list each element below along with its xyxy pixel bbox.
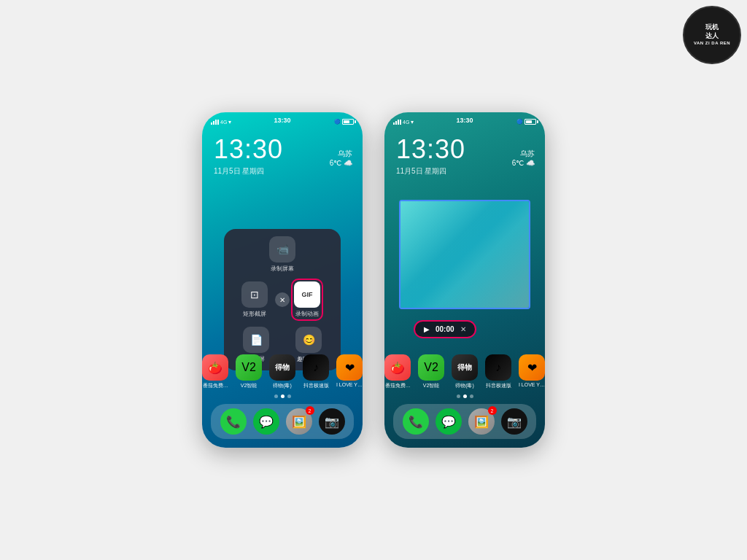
page-dots-right	[384, 394, 545, 398]
watermark-line2: 达人	[694, 32, 730, 41]
app-douyin-label-right: 抖音极速版	[484, 382, 513, 389]
date-right: 11月5日 星期四	[396, 166, 533, 176]
app-douyin-icon-right: ♪	[485, 354, 511, 381]
city-left: 乌苏	[330, 149, 352, 159]
rect-capture-icon: ⊡	[250, 289, 259, 300]
app-douyin-icon: ♪	[303, 354, 329, 381]
status-bar-left: 4G ▾ 13:30 🔵	[202, 112, 363, 128]
app-v2-icon-right: V2	[418, 354, 444, 381]
wifi-icon: ▾	[228, 119, 231, 125]
dock-wechat-right[interactable]: 💬	[436, 408, 462, 435]
app-row-right: 🍅 番茄免费… V2 V2智能 得物 得物(毒) ♪ 抖音极速版 ❤ I LOV…	[384, 354, 545, 389]
bluetooth-icon-right: 🔵	[516, 119, 523, 125]
network-icon: 4G	[220, 120, 227, 125]
app-iloveyou-right[interactable]: ❤ I LOVE Y…	[517, 354, 545, 389]
dock-wechat-left[interactable]: 💬	[253, 408, 279, 435]
temp-right: 6℃ ☁️	[512, 159, 535, 167]
app-row-left: 🍅 番茄免费… V2 V2智能 得物 得物(毒) ♪ 抖音极速版 ❤ I LOV…	[202, 354, 363, 389]
app-douyin-label: 抖音极速版	[301, 382, 330, 389]
wifi-icon-right: ▾	[411, 119, 414, 125]
long-capture-icon: 📄	[250, 334, 263, 346]
menu-mid-row: ⊡ 矩形截屏 ✕ GIF 录制动画	[230, 279, 335, 321]
gif-icon: GIF	[294, 281, 320, 308]
gif-controls[interactable]: ▶ 00:00 ✕	[414, 320, 476, 338]
app-tomato-icon: 🍅	[202, 354, 228, 381]
status-right-right: 🔵	[516, 119, 536, 125]
app-iloveyou-label: I LOVE Y…	[335, 382, 363, 387]
dock-camera-left[interactable]: 📷	[319, 408, 345, 435]
phone-left: 4G ▾ 13:30 🔵 13:30 11月5日 星期四 乌苏 6℃ ☁️	[202, 112, 363, 448]
dock-camera-right[interactable]: 📷	[501, 408, 527, 435]
gallery-badge-right: 2	[488, 406, 497, 415]
status-left: 4G ▾	[211, 119, 231, 125]
app-tomato-right[interactable]: 🍅 番茄免费…	[384, 354, 412, 389]
gif-close-button[interactable]: ✕	[460, 325, 466, 333]
dot-1	[274, 394, 278, 398]
app-dewu-label: 得物(毒)	[268, 382, 297, 389]
app-v2-right[interactable]: V2 V2智能	[417, 354, 446, 389]
app-tomato[interactable]: 🍅 番茄免费…	[202, 354, 230, 389]
app-dewu-icon: 得物	[269, 354, 295, 381]
fun-capture-icon-box: 😊	[295, 327, 322, 353]
rect-capture-label: 矩形截屏	[243, 310, 266, 318]
dock-gallery-right[interactable]: 🖼️ 2	[468, 408, 495, 435]
app-dewu[interactable]: 得物 得物(毒)	[268, 354, 297, 389]
dock-left: 📞 💬 🖼️ 2 📷	[211, 404, 354, 439]
close-menu-button[interactable]: ✕	[275, 292, 290, 307]
long-capture-icon-box: 📄	[243, 327, 269, 353]
phone-right: 4G ▾ 13:30 🔵 13:30 11月5日 星期四 乌苏 6℃ ☁️	[384, 112, 545, 448]
app-tomato-icon-right: 🍅	[384, 354, 411, 381]
network-icon-right: 4G	[403, 120, 409, 125]
dot-3	[287, 394, 291, 398]
battery-icon-right	[525, 119, 536, 125]
status-time-right: 13:30	[456, 117, 473, 124]
app-dewu-icon-right: 得物	[452, 354, 478, 381]
weather-left: 乌苏 6℃ ☁️	[330, 149, 352, 167]
temp-left: 6℃ ☁️	[330, 159, 352, 167]
screenshot-menu[interactable]: 📹 录制屏幕 ⊡ 矩形截屏 ✕ GIF 录制	[224, 229, 341, 370]
dock-phone-right[interactable]: 📞	[403, 408, 429, 435]
page-dots-left	[202, 394, 363, 398]
app-douyin[interactable]: ♪ 抖音极速版	[301, 354, 330, 389]
record-screen-item[interactable]: 📹 录制屏幕	[269, 236, 295, 273]
app-dewu-label-right: 得物(毒)	[450, 382, 479, 389]
rect-capture-item[interactable]: ⊡ 矩形截屏	[241, 281, 268, 318]
app-dewu-right[interactable]: 得物 得物(毒)	[450, 354, 479, 389]
app-iloveyou[interactable]: ❤ I LOVE Y…	[335, 354, 363, 389]
dot-r-3	[470, 394, 473, 398]
record-gif-label: 录制动画	[295, 310, 319, 318]
status-right-left: 🔵	[334, 119, 354, 125]
app-v2-label: V2智能	[234, 382, 263, 389]
record-gif-icon-box: GIF	[294, 281, 320, 308]
app-tomato-label: 番茄免费…	[202, 382, 230, 389]
gif-time-display: 00:00	[436, 325, 454, 333]
dock-gallery-left[interactable]: 🖼️ 2	[286, 408, 312, 435]
record-gif-item[interactable]: GIF 录制动画	[291, 279, 323, 321]
app-douyin-right[interactable]: ♪ 抖音极速版	[484, 354, 513, 389]
dot-r-2-active	[463, 394, 467, 398]
gallery-badge-left: 2	[306, 406, 314, 415]
record-screen-label: 录制屏幕	[271, 265, 294, 273]
watermark-line1: 玩机	[694, 23, 730, 32]
fun-capture-icon: 😊	[303, 334, 315, 346]
menu-top-row: 📹 录制屏幕	[230, 236, 335, 273]
city-right: 乌苏	[512, 149, 535, 159]
play-button[interactable]: ▶	[424, 325, 430, 333]
status-left-right: 4G ▾	[393, 119, 414, 125]
app-iloveyou-icon-right: ❤	[519, 354, 545, 381]
dock-phone-left[interactable]: 📞	[220, 408, 247, 435]
rect-capture-icon-box: ⊡	[241, 281, 268, 308]
watermark-line3: VAN ZI DA REN	[694, 41, 730, 47]
date-left: 11月5日 星期四	[214, 166, 351, 176]
signal-icon	[211, 119, 219, 125]
app-v2[interactable]: V2 V2智能	[234, 354, 263, 389]
signal-icon-right	[393, 119, 401, 125]
app-iloveyou-icon: ❤	[336, 354, 363, 381]
dot-2-active	[281, 394, 285, 398]
app-iloveyou-label-right: I LOVE Y…	[517, 382, 545, 387]
status-bar-right: 4G ▾ 13:30 🔵	[384, 112, 545, 128]
dock-right: 📞 💬 🖼️ 2 📷	[393, 404, 536, 439]
app-v2-label-right: V2智能	[417, 382, 446, 389]
dot-r-1	[457, 394, 460, 398]
bluetooth-icon: 🔵	[334, 119, 341, 125]
